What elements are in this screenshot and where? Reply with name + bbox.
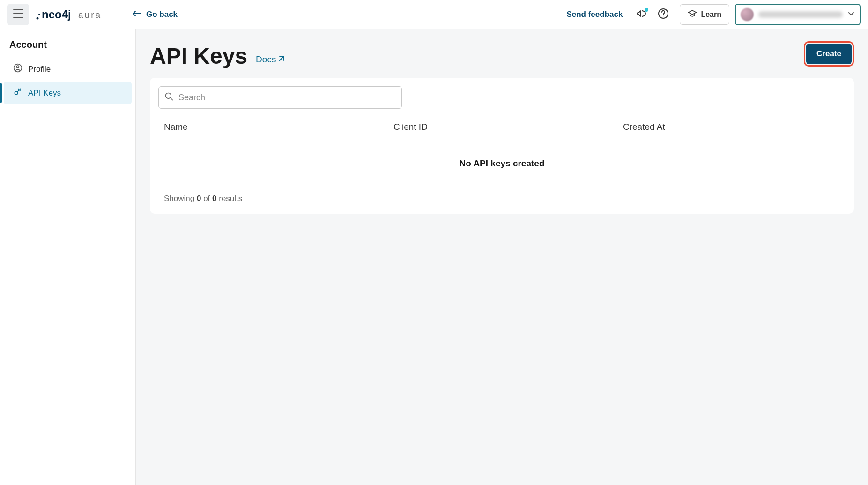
search-icon [164,92,174,103]
graduation-cap-icon [688,9,697,20]
neo4j-aura-logo[interactable]: neo4j aura [36,8,114,21]
chevron-down-icon [847,10,855,19]
sidebar-item-label: Profile [28,65,51,74]
sidebar-item-api-keys[interactable]: API Keys [4,82,132,104]
go-back-link[interactable]: Go back [132,10,178,19]
create-button-highlight: Create [804,41,854,67]
svg-point-0 [37,17,39,19]
go-back-label: Go back [146,10,178,19]
svg-text:aura: aura [78,10,102,20]
learn-label: Learn [701,10,721,19]
col-name: Name [164,122,393,132]
send-feedback-link[interactable]: Send feedback [566,10,623,19]
arrow-left-icon [132,10,141,19]
hamburger-icon [13,9,23,19]
notification-dot-icon [645,8,648,12]
docs-link[interactable]: Docs [256,54,284,67]
profile-icon [13,63,22,75]
user-name [758,11,843,18]
external-link-icon [278,54,284,65]
svg-text:neo4j: neo4j [42,8,71,21]
col-created-at: Created At [623,122,840,132]
top-header: neo4j aura Go back Send feedback Learn [0,0,868,29]
learn-button[interactable]: Learn [680,4,729,25]
sidebar: Account Profile API Keys [0,29,136,485]
docs-label: Docs [256,54,276,65]
help-button[interactable] [654,6,672,23]
announcements-button[interactable] [633,6,651,23]
main-content: API Keys Docs Create Name [136,29,868,485]
page-header: API Keys Docs Create [150,41,854,67]
search-field[interactable] [158,86,402,109]
svg-point-5 [663,16,664,17]
create-button[interactable]: Create [806,44,852,64]
svg-point-1 [38,14,40,15]
sidebar-title: Account [0,39,135,57]
sidebar-item-label: API Keys [28,89,61,98]
api-keys-card: Name Client ID Created At No API keys cr… [150,78,854,214]
user-menu[interactable] [735,4,861,25]
empty-state: No API keys created [158,141,846,189]
key-icon [13,87,22,99]
table-header-row: Name Client ID Created At [158,109,846,141]
results-summary: Showing 0 of 0 results [158,189,846,203]
page-title: API Keys [150,45,247,67]
svg-point-7 [17,66,19,68]
search-input[interactable] [178,93,396,103]
hamburger-button[interactable] [7,4,29,25]
help-icon [658,8,669,21]
avatar [741,8,754,21]
sidebar-item-profile[interactable]: Profile [4,58,132,81]
col-client-id: Client ID [393,122,623,132]
